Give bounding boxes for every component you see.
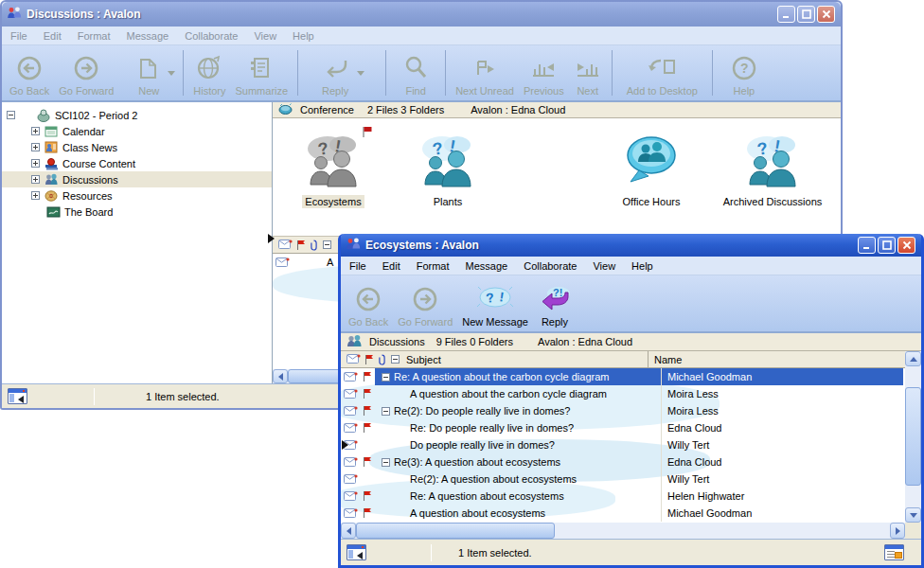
horizontal-scrollbar[interactable] — [341, 523, 905, 539]
expand-box[interactable] — [31, 175, 40, 184]
tree-item-resources[interactable]: Resources — [2, 187, 272, 204]
reply-dropdown-arrow[interactable] — [357, 71, 364, 76]
tree-item-the-board[interactable]: The Board — [2, 204, 272, 220]
circle-arrow-left-icon — [15, 51, 44, 85]
minimize-button[interactable] — [858, 237, 876, 254]
sender-name: Helen Highwater — [661, 488, 903, 505]
message-row[interactable]: Re: A question about ecosystems Helen Hi… — [341, 488, 905, 505]
maximize-button[interactable] — [878, 237, 896, 254]
desktop-icon-office-hours[interactable]: Office Hours — [595, 133, 708, 208]
menu-edit[interactable]: Edit — [44, 30, 62, 42]
menu-edit[interactable]: Edit — [382, 260, 400, 272]
close-button[interactable] — [817, 6, 835, 23]
scroll-left-button[interactable] — [273, 369, 288, 383]
tree-item-class-news[interactable]: Class News — [2, 139, 272, 155]
envelope-icon — [344, 354, 363, 364]
scrollbar-thumb[interactable] — [356, 523, 555, 539]
menu-view[interactable]: View — [593, 260, 615, 272]
desktop-icon-ecosystems[interactable]: ?! Ecosystems — [276, 133, 390, 208]
name-column-label[interactable]: Name — [648, 351, 921, 367]
layout-grid-icon[interactable] — [884, 544, 904, 560]
tree-item-course-content[interactable]: Course Content — [2, 155, 272, 171]
history-button[interactable]: History — [188, 47, 230, 98]
flag-icon — [360, 456, 375, 468]
sender-name: Edna Cloud — [661, 453, 903, 470]
go-back-button[interactable]: Go Back — [344, 277, 393, 329]
new-dropdown-arrow[interactable] — [168, 71, 175, 76]
next-button[interactable]: Next — [569, 47, 607, 98]
add-to-desktop-button[interactable]: Add to Desktop — [617, 47, 707, 98]
go-forward-button[interactable]: Go Forward — [393, 277, 457, 329]
menu-help[interactable]: Help — [631, 260, 653, 272]
tree-root-sci102[interactable]: SCI102 - Period 2 — [2, 107, 272, 123]
new-message-button[interactable]: ?! New Message — [457, 277, 533, 329]
next-unread-button[interactable]: Next Unread — [451, 47, 519, 98]
menu-help[interactable]: Help — [293, 30, 314, 42]
scroll-down-button[interactable] — [905, 507, 921, 523]
message-row[interactable]: Re: Do people really live in domes? Edna… — [341, 419, 905, 436]
go-back-button[interactable]: Go Back — [5, 47, 54, 98]
subject-column-label[interactable]: Subject — [406, 354, 648, 365]
expand-box[interactable] — [31, 127, 40, 135]
collapse-box[interactable] — [382, 458, 390, 467]
message-row[interactable]: Re(2): Do people really live in domes? M… — [341, 402, 905, 419]
message-row[interactable]: Re: A question about the carbon cycle di… — [341, 368, 905, 385]
collapse-box[interactable] — [7, 111, 15, 119]
menu-view[interactable]: View — [254, 30, 276, 42]
menu-message[interactable]: Message — [127, 30, 169, 42]
titlebar-ecosystems[interactable]: Ecosystems : Avalon — [341, 234, 921, 257]
maximize-button[interactable] — [797, 6, 815, 23]
collapse-all-box[interactable] — [391, 355, 400, 364]
envelope-icon — [341, 372, 360, 382]
reply-button[interactable]: ?! Reply — [533, 277, 577, 329]
expand-box[interactable] — [31, 159, 40, 168]
menu-collaborate[interactable]: Collaborate — [185, 30, 238, 42]
sender-name: Willy Tert — [661, 436, 903, 453]
message-row[interactable]: Do people really live in domes? Willy Te… — [341, 436, 905, 453]
go-forward-button[interactable]: Go Forward — [54, 47, 118, 98]
menu-format[interactable]: Format — [78, 30, 111, 42]
vertical-scrollbar[interactable] — [905, 351, 921, 523]
collapse-all-box[interactable] — [323, 240, 331, 249]
expand-box[interactable] — [31, 191, 40, 200]
collapse-box[interactable] — [382, 373, 390, 382]
status-text: 1 Item selected. — [458, 547, 532, 559]
desktop-icon-archived-discussions[interactable]: ?! Archived Discussions — [710, 133, 835, 208]
subject-text: Re: A question about ecosystems — [410, 490, 564, 502]
scroll-up-button[interactable] — [905, 351, 921, 366]
menu-file[interactable]: File — [10, 30, 27, 42]
scrollbar-thumb[interactable] — [905, 387, 921, 486]
toolbar-separator — [712, 50, 713, 96]
message-row[interactable]: Re(3): A question about ecosystems Edna … — [341, 453, 905, 470]
titlebar-discussions[interactable]: Discussions : Avalon — [2, 2, 841, 27]
desktop-icon-plants[interactable]: ?! Plants — [391, 133, 505, 208]
toggle-pane-icon[interactable] — [346, 544, 366, 560]
minimize-button[interactable] — [777, 6, 795, 23]
sender-name: Michael Goodman — [661, 368, 903, 385]
menu-file[interactable]: File — [349, 260, 366, 272]
desktop: Discussions : Avalon File Edit Format Me… — [0, 0, 924, 568]
tree-item-discussions[interactable]: Discussions — [2, 171, 272, 187]
expand-box[interactable] — [31, 143, 40, 151]
menu-format[interactable]: Format — [417, 260, 450, 272]
message-row[interactable]: Re(2): A question about ecosystems Willy… — [341, 470, 905, 488]
reply-arrow-icon — [321, 51, 349, 85]
scroll-left-button[interactable] — [341, 523, 356, 539]
toggle-pane-icon[interactable] — [8, 388, 27, 404]
message-row[interactable]: A question about ecosystems Michael Good… — [341, 505, 905, 522]
collapse-box[interactable] — [382, 407, 390, 416]
new-button[interactable]: New — [118, 47, 165, 98]
reply-button[interactable]: Reply — [316, 47, 354, 98]
scroll-right-button[interactable] — [890, 523, 905, 539]
help-button[interactable]: ? Help — [718, 47, 771, 98]
tree-item-calendar[interactable]: Calendar — [2, 123, 272, 139]
menu-collaborate[interactable]: Collaborate — [524, 260, 577, 272]
subject-text: Re(2): A question about ecosystems — [410, 473, 577, 485]
icon-label: Ecosystems — [302, 195, 364, 208]
close-button[interactable] — [897, 237, 915, 254]
menu-message[interactable]: Message — [466, 260, 508, 272]
previous-button[interactable]: Previous — [519, 47, 569, 98]
message-row[interactable]: A question about the carbon cycle diagra… — [341, 385, 905, 402]
find-button[interactable]: Find — [391, 47, 440, 98]
summarize-button[interactable]: Summarize — [231, 47, 293, 98]
